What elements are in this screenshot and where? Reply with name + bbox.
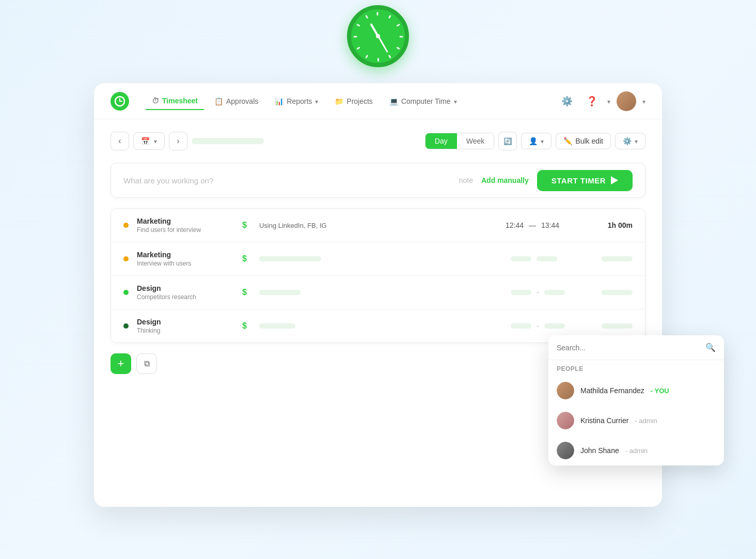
- search-icon: 🔍: [705, 343, 716, 352]
- duration-placeholder-bar: [602, 323, 633, 329]
- bulk-edit-button[interactable]: ✏️ Bulk edit: [556, 133, 611, 149]
- desc-placeholder-bar: [259, 323, 295, 329]
- nav-item-reports-label: Reports: [287, 97, 312, 105]
- nav-item-approvals-label: Approvals: [226, 97, 258, 105]
- user-filter-chevron-icon: [541, 137, 544, 145]
- next-button[interactable]: ›: [169, 132, 187, 150]
- person-role: - YOU: [651, 387, 669, 395]
- bottom-left: + ⧉: [111, 353, 157, 374]
- nav-item-timesheet-label: Timesheet: [162, 97, 198, 105]
- person-name: John Shane: [580, 446, 619, 455]
- timer-placeholder[interactable]: What are you working on?: [123, 176, 451, 185]
- people-search: 🔍: [548, 335, 724, 360]
- billable-icon: $: [242, 288, 247, 297]
- add-entry-button[interactable]: +: [111, 353, 131, 374]
- entry-project: Design Competitors research: [137, 284, 230, 301]
- user-filter-icon: 👤: [529, 137, 538, 145]
- refresh-button[interactable]: 🔄: [498, 132, 517, 150]
- help-button[interactable]: ❓: [582, 92, 601, 111]
- person-name: Mathilda Fernandez: [580, 386, 644, 395]
- clock-minute-hand: [377, 36, 388, 53]
- toolbar: ‹ 📅 › Day Week 🔄 👤 ✏️: [111, 132, 645, 150]
- settings-filter-icon: ⚙️: [623, 137, 632, 145]
- duration-placeholder-wrapper: [602, 323, 633, 329]
- prev-button[interactable]: ‹: [111, 132, 129, 150]
- person-row[interactable]: Mathilda Fernandez - YOU: [548, 376, 724, 406]
- nav-item-projects-label: Projects: [346, 97, 373, 105]
- copy-button[interactable]: ⧉: [136, 353, 157, 374]
- duration-placeholder-wrapper: [602, 256, 633, 261]
- entry-duration: 1h 00m: [596, 221, 633, 229]
- settings-filter-button[interactable]: ⚙️: [615, 133, 645, 149]
- clock-face: [347, 5, 409, 67]
- person-role: - admin: [625, 447, 648, 455]
- desc-placeholder-bar: [259, 290, 301, 295]
- person-role: - admin: [635, 417, 657, 425]
- navigation: ⏱ Timesheet 📋 Approvals 📊 Reports 📁 Proj…: [94, 83, 662, 119]
- settings-button[interactable]: ⚙️: [558, 92, 576, 111]
- people-dropdown: 🔍 People Mathilda Fernandez - YOU Kristi…: [548, 335, 724, 465]
- person-avatar: [557, 412, 574, 429]
- nav-item-computer-time-label: Computer Time: [401, 97, 451, 105]
- day-view-button[interactable]: Day: [426, 133, 457, 149]
- play-icon: [611, 176, 618, 184]
- person-row[interactable]: Kristina Currier - admin: [548, 406, 724, 436]
- entry-description-placeholder: [259, 323, 502, 329]
- date-picker-button[interactable]: 📅: [133, 132, 165, 150]
- time-separator: -: [537, 322, 539, 330]
- timer-note-label: note: [459, 176, 473, 184]
- time-separator: -: [537, 288, 539, 297]
- person-avatar-image: [557, 412, 574, 429]
- nav-item-timesheet[interactable]: ⏱ Timesheet: [146, 92, 204, 110]
- duration-placeholder-bar: [602, 290, 633, 295]
- entry-time: 12:44 — 13:44: [506, 221, 588, 229]
- nav-item-approvals[interactable]: 📋 Approvals: [208, 93, 264, 110]
- entry-project: Design Thinking: [137, 318, 230, 334]
- edit-icon: ✏️: [563, 137, 572, 145]
- project-name: Design: [137, 318, 230, 326]
- start-timer-button[interactable]: START TIMER: [537, 170, 633, 191]
- project-name: Marketing: [137, 217, 230, 225]
- projects-icon: 📁: [335, 97, 343, 105]
- nav-item-computer-time[interactable]: 💻 Computer Time: [383, 93, 463, 110]
- week-view-button[interactable]: Week: [457, 133, 494, 149]
- nav-item-reports[interactable]: 📊 Reports: [269, 93, 324, 110]
- time-separator: —: [529, 221, 536, 229]
- calendar-icon: 📅: [141, 137, 150, 145]
- nav-item-projects[interactable]: 📁 Projects: [328, 93, 379, 110]
- duration-placeholder-wrapper: [602, 290, 633, 295]
- time-placeholder-bar: [544, 323, 565, 329]
- view-toggle: Day Week: [425, 133, 494, 149]
- billable-icon: $: [242, 221, 247, 230]
- nav-items: ⏱ Timesheet 📋 Approvals 📊 Reports 📁 Proj…: [146, 92, 558, 110]
- reports-chevron-icon: [315, 97, 318, 105]
- people-search-input[interactable]: [557, 344, 700, 352]
- timer-bar: What are you working on? note Add manual…: [111, 163, 645, 198]
- time-placeholder-bar: [511, 323, 531, 329]
- people-section-label: People: [548, 360, 724, 376]
- person-row[interactable]: John Shane - admin: [548, 436, 724, 465]
- date-loading-bar: [192, 138, 264, 144]
- clock-widget: [347, 5, 409, 67]
- project-dot: [123, 323, 129, 329]
- computer-time-icon: 💻: [389, 97, 398, 105]
- task-name: Thinking: [137, 327, 230, 334]
- entry-project: Marketing Find users for interview: [137, 217, 230, 234]
- logo[interactable]: [111, 92, 129, 111]
- user-avatar[interactable]: [617, 91, 636, 111]
- duration-placeholder-bar: [602, 256, 633, 261]
- person-avatar: [557, 442, 574, 459]
- entry-row: Marketing Interview with users $: [111, 242, 645, 276]
- time-placeholder-bar: [544, 290, 565, 295]
- approvals-icon: 📋: [214, 97, 223, 105]
- time-placeholder-bar: [511, 256, 531, 261]
- user-avatar-image: [617, 91, 636, 111]
- entry-description-placeholder: [259, 290, 502, 295]
- project-name: Design: [137, 284, 230, 292]
- bulk-edit-label: Bulk edit: [575, 137, 603, 145]
- start-time: 12:44: [506, 221, 524, 229]
- project-dot: [123, 290, 129, 295]
- project-dot: [123, 256, 129, 261]
- add-manually-button[interactable]: Add manually: [481, 176, 529, 184]
- user-filter-button[interactable]: 👤: [521, 133, 552, 149]
